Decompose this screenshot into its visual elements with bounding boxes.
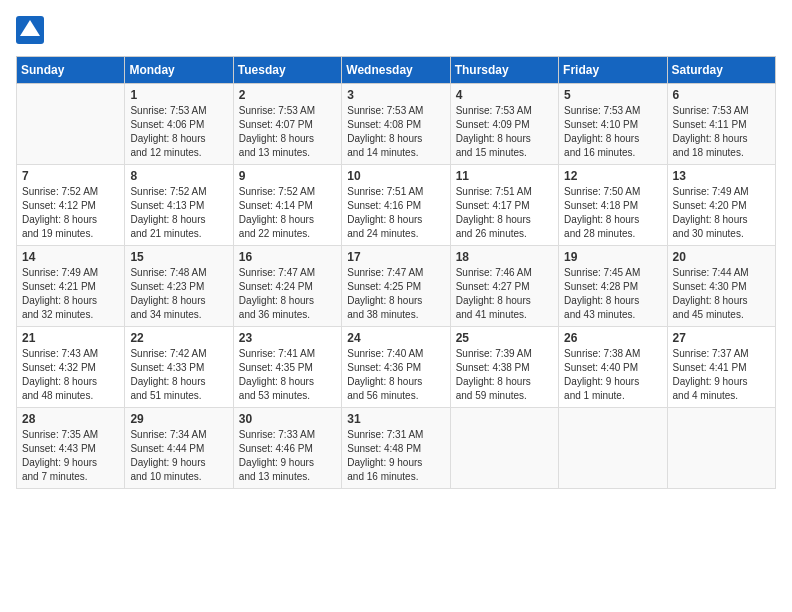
cell-line: Sunset: 4:12 PM (22, 199, 119, 213)
cell-line: and 48 minutes. (22, 389, 119, 403)
cell-line: Sunset: 4:21 PM (22, 280, 119, 294)
cell-2-4: 10Sunrise: 7:51 AMSunset: 4:16 PMDayligh… (342, 165, 450, 246)
col-header-monday: Monday (125, 57, 233, 84)
cell-line: Daylight: 8 hours (347, 294, 444, 308)
week-row-4: 21Sunrise: 7:43 AMSunset: 4:32 PMDayligh… (17, 327, 776, 408)
cell-2-6: 12Sunrise: 7:50 AMSunset: 4:18 PMDayligh… (559, 165, 667, 246)
cell-4-4: 24Sunrise: 7:40 AMSunset: 4:36 PMDayligh… (342, 327, 450, 408)
cell-3-1: 14Sunrise: 7:49 AMSunset: 4:21 PMDayligh… (17, 246, 125, 327)
cell-line: Sunrise: 7:53 AM (239, 104, 336, 118)
calendar-body: 1Sunrise: 7:53 AMSunset: 4:06 PMDaylight… (17, 84, 776, 489)
cell-line: Daylight: 9 hours (347, 456, 444, 470)
cell-3-4: 17Sunrise: 7:47 AMSunset: 4:25 PMDayligh… (342, 246, 450, 327)
cell-line: Sunset: 4:14 PM (239, 199, 336, 213)
cell-line: Sunrise: 7:52 AM (239, 185, 336, 199)
cell-content: Sunrise: 7:53 AMSunset: 4:08 PMDaylight:… (347, 104, 444, 160)
day-number: 5 (564, 88, 661, 102)
day-number: 8 (130, 169, 227, 183)
week-row-3: 14Sunrise: 7:49 AMSunset: 4:21 PMDayligh… (17, 246, 776, 327)
cell-line: Sunset: 4:36 PM (347, 361, 444, 375)
cell-content: Sunrise: 7:31 AMSunset: 4:48 PMDaylight:… (347, 428, 444, 484)
cell-line: and 16 minutes. (564, 146, 661, 160)
cell-line: Daylight: 8 hours (130, 132, 227, 146)
cell-line: Daylight: 9 hours (239, 456, 336, 470)
cell-5-7 (667, 408, 775, 489)
day-number: 18 (456, 250, 553, 264)
cell-content: Sunrise: 7:35 AMSunset: 4:43 PMDaylight:… (22, 428, 119, 484)
cell-line: Sunrise: 7:40 AM (347, 347, 444, 361)
week-row-2: 7Sunrise: 7:52 AMSunset: 4:12 PMDaylight… (17, 165, 776, 246)
cell-line: Daylight: 8 hours (456, 132, 553, 146)
cell-line: Sunset: 4:38 PM (456, 361, 553, 375)
day-number: 3 (347, 88, 444, 102)
cell-line: Sunset: 4:07 PM (239, 118, 336, 132)
cell-line: and 10 minutes. (130, 470, 227, 484)
day-number: 17 (347, 250, 444, 264)
cell-line: Sunrise: 7:52 AM (130, 185, 227, 199)
cell-content: Sunrise: 7:52 AMSunset: 4:12 PMDaylight:… (22, 185, 119, 241)
cell-line: Sunrise: 7:52 AM (22, 185, 119, 199)
cell-line: Sunrise: 7:43 AM (22, 347, 119, 361)
cell-line: and 1 minute. (564, 389, 661, 403)
cell-content: Sunrise: 7:43 AMSunset: 4:32 PMDaylight:… (22, 347, 119, 403)
cell-line: Sunset: 4:06 PM (130, 118, 227, 132)
cell-line: Daylight: 8 hours (239, 294, 336, 308)
day-number: 26 (564, 331, 661, 345)
col-header-friday: Friday (559, 57, 667, 84)
cell-content: Sunrise: 7:33 AMSunset: 4:46 PMDaylight:… (239, 428, 336, 484)
cell-2-3: 9Sunrise: 7:52 AMSunset: 4:14 PMDaylight… (233, 165, 341, 246)
cell-4-1: 21Sunrise: 7:43 AMSunset: 4:32 PMDayligh… (17, 327, 125, 408)
cell-line: and 21 minutes. (130, 227, 227, 241)
cell-line: Sunset: 4:33 PM (130, 361, 227, 375)
cell-content: Sunrise: 7:47 AMSunset: 4:24 PMDaylight:… (239, 266, 336, 322)
cell-line: and 19 minutes. (22, 227, 119, 241)
cell-1-1 (17, 84, 125, 165)
cell-line: Sunset: 4:11 PM (673, 118, 770, 132)
day-number: 23 (239, 331, 336, 345)
day-number: 31 (347, 412, 444, 426)
cell-line: and 26 minutes. (456, 227, 553, 241)
cell-line: Daylight: 8 hours (456, 213, 553, 227)
day-number: 13 (673, 169, 770, 183)
cell-line: Sunrise: 7:44 AM (673, 266, 770, 280)
cell-content: Sunrise: 7:53 AMSunset: 4:09 PMDaylight:… (456, 104, 553, 160)
cell-line: Sunrise: 7:50 AM (564, 185, 661, 199)
cell-content: Sunrise: 7:37 AMSunset: 4:41 PMDaylight:… (673, 347, 770, 403)
cell-line: Daylight: 9 hours (130, 456, 227, 470)
cell-content: Sunrise: 7:47 AMSunset: 4:25 PMDaylight:… (347, 266, 444, 322)
cell-line: Daylight: 8 hours (22, 294, 119, 308)
cell-line: Daylight: 8 hours (22, 375, 119, 389)
cell-content: Sunrise: 7:46 AMSunset: 4:27 PMDaylight:… (456, 266, 553, 322)
cell-line: Sunset: 4:46 PM (239, 442, 336, 456)
cell-line: and 43 minutes. (564, 308, 661, 322)
cell-4-2: 22Sunrise: 7:42 AMSunset: 4:33 PMDayligh… (125, 327, 233, 408)
cell-4-7: 27Sunrise: 7:37 AMSunset: 4:41 PMDayligh… (667, 327, 775, 408)
cell-content: Sunrise: 7:53 AMSunset: 4:11 PMDaylight:… (673, 104, 770, 160)
cell-line: and 59 minutes. (456, 389, 553, 403)
cell-content: Sunrise: 7:41 AMSunset: 4:35 PMDaylight:… (239, 347, 336, 403)
cell-content: Sunrise: 7:51 AMSunset: 4:17 PMDaylight:… (456, 185, 553, 241)
col-header-sunday: Sunday (17, 57, 125, 84)
cell-5-4: 31Sunrise: 7:31 AMSunset: 4:48 PMDayligh… (342, 408, 450, 489)
day-number: 30 (239, 412, 336, 426)
cell-line: Daylight: 8 hours (239, 132, 336, 146)
cell-line: Daylight: 8 hours (564, 213, 661, 227)
cell-line: Sunset: 4:40 PM (564, 361, 661, 375)
cell-line: and 14 minutes. (347, 146, 444, 160)
cell-content: Sunrise: 7:53 AMSunset: 4:06 PMDaylight:… (130, 104, 227, 160)
cell-line: and 22 minutes. (239, 227, 336, 241)
cell-line: Daylight: 8 hours (130, 294, 227, 308)
cell-line: Sunrise: 7:34 AM (130, 428, 227, 442)
cell-3-2: 15Sunrise: 7:48 AMSunset: 4:23 PMDayligh… (125, 246, 233, 327)
cell-content: Sunrise: 7:48 AMSunset: 4:23 PMDaylight:… (130, 266, 227, 322)
cell-line: Sunrise: 7:46 AM (456, 266, 553, 280)
cell-line: Sunrise: 7:53 AM (130, 104, 227, 118)
cell-line: Daylight: 9 hours (673, 375, 770, 389)
cell-line: Sunset: 4:32 PM (22, 361, 119, 375)
day-number: 25 (456, 331, 553, 345)
day-number: 1 (130, 88, 227, 102)
cell-line: Sunrise: 7:49 AM (22, 266, 119, 280)
cell-line: Sunset: 4:35 PM (239, 361, 336, 375)
cell-line: and 12 minutes. (130, 146, 227, 160)
cell-line: Sunset: 4:13 PM (130, 199, 227, 213)
